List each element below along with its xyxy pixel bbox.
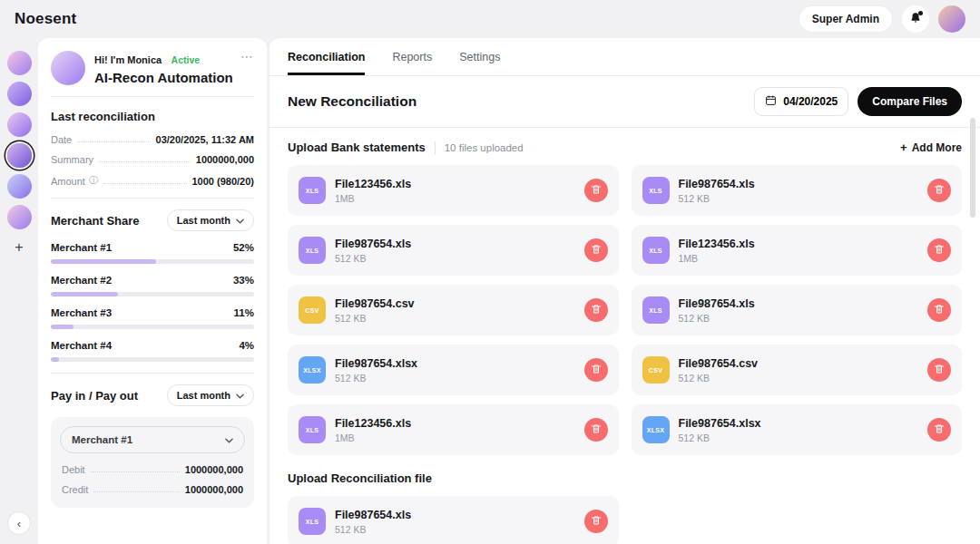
file-size: 512 KB <box>335 373 417 384</box>
dotted-leader <box>99 161 191 162</box>
rail-avatar-item[interactable] <box>7 112 32 137</box>
merchant-percent: 4% <box>239 340 254 351</box>
delete-file-button[interactable] <box>584 298 608 322</box>
file-card: XLSX File987654.xlsx 512 KB <box>288 345 619 395</box>
file-name: File987654.csv <box>679 357 759 370</box>
delete-file-button[interactable] <box>584 358 608 382</box>
merchant-progress-fill <box>51 325 74 329</box>
file-name: File123456.xls <box>335 417 411 430</box>
file-extension-label: XLS <box>649 248 662 254</box>
file-size: 512 KB <box>679 432 761 443</box>
user-avatar[interactable] <box>938 5 965 33</box>
delete-file-button[interactable] <box>584 418 608 442</box>
file-name: File987654.xlsx <box>679 417 761 430</box>
tab-settings[interactable]: Settings <box>459 51 500 75</box>
info-label: Date <box>51 134 72 145</box>
agent-greeting: Hi! I'm Monica <box>94 54 162 65</box>
merchant-select-dropdown[interactable]: Merchant #1 <box>60 426 245 453</box>
trash-icon <box>591 364 602 377</box>
chevron-down-icon <box>225 434 233 445</box>
rail-avatar-item[interactable] <box>7 205 32 229</box>
reconciliation-file-heading: Upload Reconciliation file <box>270 455 980 485</box>
merchant-percent: 11% <box>234 307 254 318</box>
file-extension-label: XLS <box>306 188 319 194</box>
file-size: 1MB <box>335 432 411 443</box>
file-size: 512 KB <box>679 193 755 204</box>
last-reconciliation-heading: Last reconciliation <box>51 110 254 123</box>
date-picker-button[interactable]: 04/20/2025 <box>754 87 848 116</box>
compare-files-button[interactable]: Compare Files <box>858 87 962 116</box>
pay-summary-box: Merchant #1 Debit ⓘ 1000000,000 Credit ⓘ… <box>51 417 254 508</box>
file-card: XLS File987654.xls 512 KB <box>632 165 963 216</box>
info-value: 03/20/2025, 11:32 AM <box>156 134 254 145</box>
merchant-select-value: Merchant #1 <box>72 434 132 445</box>
delete-file-button[interactable] <box>584 510 608 533</box>
info-row: Summary ⓘ 1000000,000 <box>51 154 254 165</box>
rail-avatar-item[interactable] <box>7 51 32 75</box>
file-card: XLS File123456.xls 1MB <box>632 225 963 276</box>
file-size: 512 KB <box>679 373 759 384</box>
delete-file-button[interactable] <box>927 358 951 382</box>
file-name: File987654.xls <box>679 297 755 310</box>
notification-bell-button[interactable] <box>902 5 929 33</box>
merchant-share-filter-dropdown[interactable]: Last month <box>167 209 254 231</box>
info-value: 1000000,000 <box>185 464 243 475</box>
merchant-percent: 33% <box>233 275 254 286</box>
file-name: File123456.xls <box>335 178 411 190</box>
file-name: File987654.xlsx <box>335 357 417 370</box>
file-type-icon: XLSX <box>299 356 326 384</box>
file-type-icon: XLS <box>299 177 326 204</box>
delete-file-button[interactable] <box>927 298 951 322</box>
agent-rail: + ‹ <box>0 38 38 544</box>
rail-avatar-item[interactable] <box>7 174 32 199</box>
file-card: XLS File987654.xls 512 KB <box>288 496 619 544</box>
tab-reports[interactable]: Reports <box>392 51 432 75</box>
brand-logo: Noesent <box>15 10 76 28</box>
sidebar: Hi! I'm Monica Active AI-Recon Automatio… <box>38 38 267 544</box>
page-title: New Reconciliation <box>288 93 416 110</box>
calendar-icon <box>765 94 777 109</box>
agent-title: AI-Recon Automation <box>94 70 233 85</box>
scrollbar-thumb[interactable] <box>970 118 975 218</box>
date-value: 04/20/2025 <box>783 95 838 108</box>
super-admin-button[interactable]: Super Admin <box>799 5 893 33</box>
collapse-sidebar-button[interactable]: ‹ <box>7 511 31 535</box>
tab-reconciliation[interactable]: Reconciliation <box>288 51 365 75</box>
more-options-icon[interactable]: ⋯ <box>240 49 254 63</box>
pay-filter-dropdown[interactable]: Last month <box>167 384 254 406</box>
trash-icon <box>591 244 602 257</box>
file-type-icon: XLS <box>299 237 326 264</box>
file-type-icon: XLS <box>642 237 670 264</box>
file-size: 1MB <box>335 193 411 204</box>
info-value: 1000000,000 <box>185 484 243 495</box>
file-size: 512 KB <box>335 313 415 324</box>
delete-file-button[interactable] <box>584 238 608 262</box>
trash-icon <box>591 184 602 198</box>
divider <box>51 198 254 199</box>
file-name: File123456.xls <box>679 238 755 250</box>
rail-avatar-item[interactable] <box>7 143 32 168</box>
delete-file-button[interactable] <box>927 418 951 442</box>
file-type-icon: XLS <box>642 177 670 204</box>
file-name: File987654.csv <box>335 297 415 310</box>
agent-header: Hi! I'm Monica Active AI-Recon Automatio… <box>51 51 254 97</box>
file-card: CSV File987654.csv 512 KB <box>288 285 619 335</box>
merchant-progress-track <box>51 259 254 264</box>
merchant-share-item: Merchant #1 52% <box>51 242 254 264</box>
file-extension-label: XLS <box>649 188 662 194</box>
add-agent-button[interactable]: + <box>15 239 23 256</box>
delete-file-button[interactable] <box>927 238 951 262</box>
file-size: 1MB <box>679 253 755 264</box>
delete-file-button[interactable] <box>584 179 608 202</box>
file-extension-label: CSV <box>305 307 318 314</box>
plus-icon: + <box>900 141 907 154</box>
add-more-label: Add More <box>912 141 962 154</box>
main-panel: ReconciliationReportsSettings New Reconc… <box>270 38 980 544</box>
agent-avatar <box>51 51 85 85</box>
rail-avatar-item[interactable] <box>7 82 32 106</box>
delete-file-button[interactable] <box>927 179 951 202</box>
trash-icon <box>934 244 945 257</box>
add-more-button[interactable]: + Add More <box>900 141 962 154</box>
file-name: File987654.xls <box>335 509 411 521</box>
file-card: XLSX File987654.xlsx 512 KB <box>632 404 963 455</box>
